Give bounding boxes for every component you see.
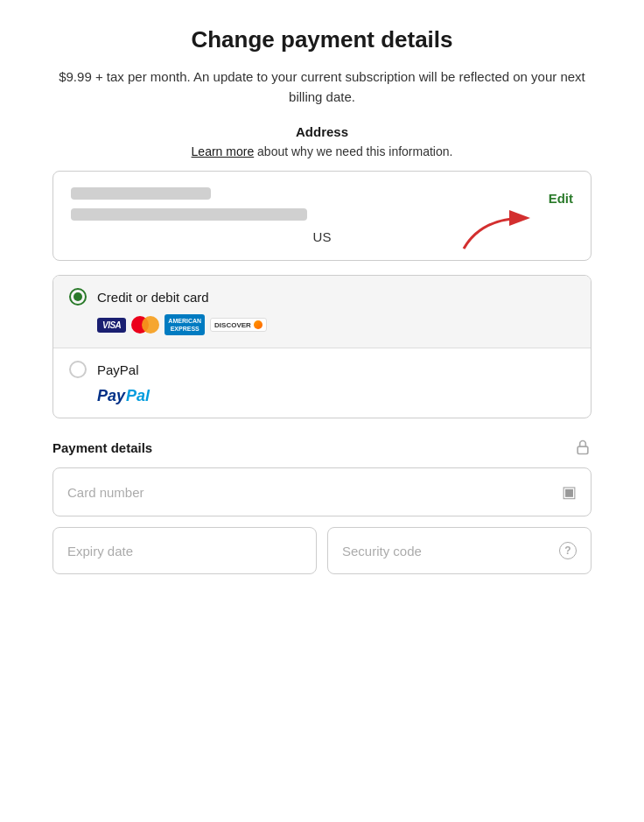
card-number-placeholder: Card number bbox=[67, 485, 144, 500]
paypal-logo-p2: Pal bbox=[126, 387, 150, 405]
subtitle-text: $9.99 + tax per month. An update to your… bbox=[52, 67, 592, 107]
discover-logo: DISCOVER bbox=[210, 318, 267, 332]
edit-arrow bbox=[455, 209, 542, 253]
edit-button[interactable]: Edit bbox=[549, 191, 573, 206]
payment-details-header: Payment details bbox=[52, 438, 592, 457]
expiry-placeholder: Expiry date bbox=[67, 544, 133, 559]
security-input[interactable]: Security code ? bbox=[327, 527, 592, 574]
card-radio[interactable] bbox=[69, 288, 87, 306]
expiry-security-row: Expiry date Security code ? bbox=[52, 527, 592, 585]
page-title: Change payment details bbox=[52, 26, 592, 53]
security-help-icon[interactable]: ? bbox=[559, 542, 577, 559]
learn-more-link[interactable]: Learn more bbox=[192, 144, 255, 158]
learn-more-suffix: about why we need this information. bbox=[257, 144, 452, 158]
mastercard-logo bbox=[131, 316, 159, 334]
payment-methods-box: Credit or debit card VISA AMERICANEXPRES… bbox=[52, 275, 592, 418]
security-placeholder: Security code bbox=[342, 544, 422, 559]
payment-method-card[interactable]: Credit or debit card VISA AMERICANEXPRES… bbox=[53, 276, 591, 348]
payment-details-label: Payment details bbox=[52, 440, 152, 455]
card-header: Credit or debit card bbox=[69, 288, 575, 306]
paypal-label: PayPal bbox=[97, 362, 139, 377]
discover-dot bbox=[254, 320, 262, 329]
learn-more-text: Learn more about why we need this inform… bbox=[52, 144, 592, 158]
page-container: Change payment details $9.99 + tax per m… bbox=[52, 26, 592, 796]
svg-rect-1 bbox=[578, 446, 588, 453]
lock-icon bbox=[574, 438, 592, 457]
address-field-line2 bbox=[71, 208, 307, 221]
card-number-icon: ▣ bbox=[562, 482, 577, 502]
paypal-radio[interactable] bbox=[69, 361, 87, 378]
card-radio-inner bbox=[74, 292, 82, 301]
address-field-line1 bbox=[71, 187, 211, 200]
paypal-logo: PayPal bbox=[69, 387, 575, 405]
paypal-logo-p1: Pay bbox=[97, 387, 125, 405]
payment-method-paypal[interactable]: PayPal PayPal bbox=[53, 348, 591, 418]
paypal-header: PayPal bbox=[69, 361, 575, 378]
visa-logo: VISA bbox=[97, 318, 126, 333]
card-logos: VISA AMERICANEXPRESS DISCOVER bbox=[69, 314, 575, 335]
address-box: US Edit bbox=[52, 171, 592, 261]
mc-right bbox=[142, 316, 159, 334]
discover-text: DISCOVER bbox=[214, 321, 251, 329]
address-heading: Address bbox=[52, 124, 592, 139]
expiry-input[interactable]: Expiry date bbox=[52, 527, 317, 574]
card-number-input[interactable]: Card number ▣ bbox=[52, 467, 592, 516]
amex-logo: AMERICANEXPRESS bbox=[164, 314, 205, 335]
card-label: Credit or debit card bbox=[97, 290, 209, 305]
